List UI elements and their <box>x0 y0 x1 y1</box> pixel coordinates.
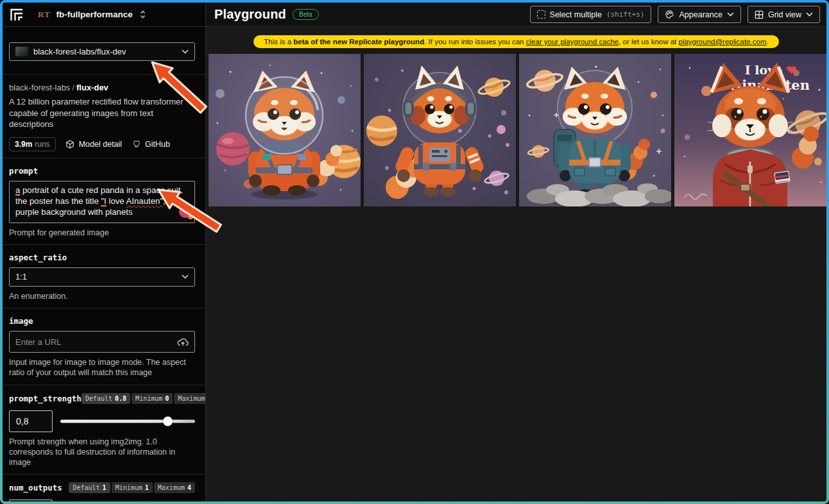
prompt-label: prompt <box>9 166 195 176</box>
num-outputs-range-info: Default1 Minimum1 Maximum4 <box>69 482 195 493</box>
grammar-extension-badge[interactable]: 4 <box>179 205 192 218</box>
account-avatar[interactable]: RT <box>38 10 51 20</box>
grid-icon <box>755 10 764 19</box>
model-owner: black-forest-labs <box>9 83 70 92</box>
cube-icon <box>65 139 75 149</box>
prompt-strength-input[interactable]: 0,8 <box>9 410 53 432</box>
chevron-down-icon <box>182 49 189 54</box>
github-icon <box>131 139 141 149</box>
sidebar-scroll-area: black-forest-labs/flux-dev black-forest-… <box>3 27 205 501</box>
aspect-ratio-label: aspect_ratio <box>9 253 195 262</box>
num-outputs-label: num_outputs <box>9 483 62 492</box>
runs-count-badge: 3.9m runs <box>9 137 56 151</box>
prompt-textarea[interactable]: a portrait of a cute red panda in a spac… <box>9 181 195 223</box>
minimum-badge: Minimum0 <box>132 393 173 404</box>
default-badge: Default0.8 <box>81 393 130 404</box>
chevron-down-icon <box>806 12 813 17</box>
replicate-playground-app: RT fb-fullperformance black-forest-labs/… <box>3 3 826 501</box>
prompt-field-section: prompt a portrait of a cute red panda in… <box>3 158 205 245</box>
page-title: Playground <box>214 7 286 22</box>
model-select[interactable]: black-forest-labs/flux-dev <box>9 42 195 61</box>
support-email-link[interactable]: playground@replicate.com <box>679 38 767 46</box>
num-outputs-section: num_outputs Default1 Minimum1 Maximum4 4 <box>3 475 205 501</box>
aspect-ratio-select[interactable]: 1:1 <box>9 267 195 287</box>
chevron-down-icon <box>727 12 734 17</box>
model-select-value: black-forest-labs/flux-dev <box>33 47 176 56</box>
slider-thumb[interactable] <box>163 416 173 426</box>
image-helper: Input image for image to image mode. The… <box>9 357 195 378</box>
output-image-3[interactable] <box>519 54 671 206</box>
beta-banner: This is a beta of the new Replicate play… <box>253 35 778 48</box>
upload-cloud-icon[interactable] <box>177 337 189 347</box>
prompt-strength-range-info: Default0.8 Minimum0 Maximum1 <box>81 393 205 404</box>
image-field-section: image Input image for image to image mod… <box>3 308 205 385</box>
workspace-switcher-chevrons-icon[interactable] <box>140 10 146 19</box>
heart-glyph: ❤ <box>786 63 796 77</box>
prompt-helper: Prompt for generated image <box>9 228 195 238</box>
select-multiple-icon <box>537 10 545 19</box>
generated-images-grid: I love❤ Ainanuten <box>209 54 826 206</box>
select-multiple-button[interactable]: Select multiple (shift+s) <box>530 6 652 23</box>
model-picker-section: black-forest-labs/flux-dev <box>3 27 205 75</box>
prompt-strength-section: prompt_strength Default0.8 Minimum0 Maxi… <box>3 385 205 475</box>
minimum-badge: Minimum1 <box>112 482 153 493</box>
github-button[interactable]: GitHub <box>131 139 170 149</box>
aspect-ratio-section: aspect_ratio 1:1 An enumeration. <box>3 245 205 308</box>
extension-dot <box>188 214 193 219</box>
output-image-1[interactable] <box>209 54 361 206</box>
model-actions: 3.9m runs Model detail GitHub <box>9 137 195 151</box>
prompt-strength-helper: Prompt strength when using img2img. 1.0 … <box>9 437 195 468</box>
beta-badge: Beta <box>293 9 319 20</box>
workspace-switcher-label[interactable]: fb-fullperformance <box>56 10 133 19</box>
image-label: image <box>9 316 195 326</box>
aspect-ratio-helper: An enumeration. <box>9 291 195 301</box>
default-badge: Default1 <box>69 482 110 493</box>
palette-icon <box>665 10 674 19</box>
main-header: Playground Beta Select multiple (shift+s… <box>206 3 826 27</box>
clear-cache-link[interactable]: clear your playground cache <box>526 38 619 46</box>
num-outputs-input[interactable]: 4 <box>9 500 53 501</box>
model-title: black-forest-labs/flux-dev <box>9 83 195 92</box>
prompt-strength-slider[interactable] <box>60 410 195 432</box>
output-image-2[interactable] <box>364 54 516 206</box>
sidebar: RT fb-fullperformance black-forest-labs/… <box>3 3 206 501</box>
sidebar-header: RT fb-fullperformance <box>3 3 205 27</box>
output-image-4[interactable]: I love❤ Ainanuten <box>674 54 826 206</box>
appearance-button[interactable]: Appearance <box>658 6 740 23</box>
grid-view-button[interactable]: Grid view <box>748 6 820 23</box>
main-area: Playground Beta Select multiple (shift+s… <box>206 3 826 501</box>
model-description: A 12 billion parameter rectified flow tr… <box>9 96 195 130</box>
model-detail-button[interactable]: Model detail <box>65 139 122 149</box>
chevron-down-icon <box>182 274 189 279</box>
image-url-inputbox <box>9 331 195 353</box>
maximum-badge: Maximum4 <box>154 482 195 493</box>
prompt-strength-label: prompt_strength <box>9 394 81 403</box>
slider-track <box>60 419 195 423</box>
model-name: flux-dev <box>76 83 108 92</box>
toolbar: Select multiple (shift+s) Appearance G <box>530 6 820 23</box>
window-frame: RT fb-fullperformance black-forest-labs/… <box>0 0 829 504</box>
beta-banner-row: This is a beta of the new Replicate play… <box>206 35 826 48</box>
model-info-section: black-forest-labs/flux-dev A 12 billion … <box>3 75 205 158</box>
model-thumbnail <box>15 47 28 56</box>
maximum-badge: Maximum1 <box>174 393 205 404</box>
num-outputs-slider[interactable] <box>60 500 195 501</box>
image-url-input[interactable] <box>15 337 172 347</box>
replicate-logo-icon <box>9 7 24 22</box>
